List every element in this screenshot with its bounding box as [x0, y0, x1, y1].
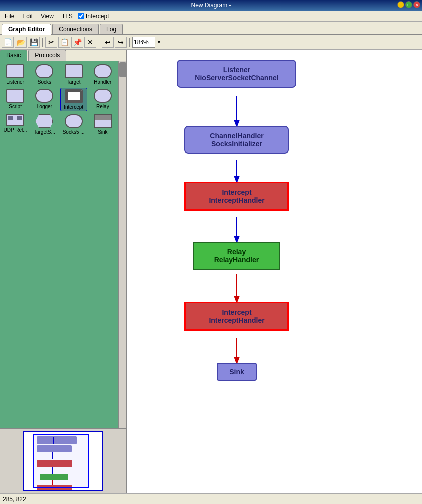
palette-item-script[interactable]: Script	[2, 88, 29, 111]
tab-log[interactable]: Log	[100, 24, 123, 34]
listener-shape-icon	[6, 64, 24, 78]
handler-label: Handler	[94, 79, 111, 85]
zoom-dropdown[interactable]: ▼	[155, 37, 163, 48]
socks5-shape-icon	[65, 114, 83, 128]
toolbar-separator-2	[99, 38, 99, 47]
socks-label: Socks	[38, 79, 51, 85]
intercept2-node[interactable]: InterceptInterceptHandler	[184, 302, 289, 331]
diagram-arrows	[127, 50, 422, 493]
paste-button[interactable]: 📌	[71, 37, 83, 48]
title-bar: New Diagram - ─ □ ✕	[0, 0, 422, 11]
toolbar-separator-1	[42, 38, 43, 47]
palette-item-logger[interactable]: Logger	[31, 88, 58, 111]
menu-view[interactable]: View	[38, 12, 57, 21]
new-button[interactable]: 📄	[2, 37, 14, 48]
socks-shape-icon	[35, 64, 53, 78]
intercept-checkbox[interactable]	[78, 13, 84, 19]
palette-item-socks5[interactable]: Socks5 ...	[60, 113, 87, 136]
script-label: Script	[9, 104, 22, 109]
listener-node[interactable]: ListenerNioServerSocketChannel	[177, 60, 296, 88]
minimap-canvas	[23, 431, 103, 491]
channelhandler-node[interactable]: ChannelHandlerSocksInitializer	[184, 126, 289, 154]
minimap	[0, 428, 126, 493]
window-controls[interactable]: ─ □ ✕	[397, 1, 420, 8]
palette-item-handler[interactable]: Handler	[89, 63, 116, 86]
udprel-label: UDP Rel...	[4, 127, 27, 133]
palette-item-targetS[interactable]: TargetS...	[31, 113, 58, 136]
tab-connections[interactable]: Connections	[52, 24, 99, 34]
sink-shape-icon	[94, 114, 112, 128]
menu-bar: File Edit View TLS Intercept	[0, 11, 422, 22]
menu-file[interactable]: File	[2, 12, 17, 21]
logger-shape-icon	[35, 89, 53, 103]
listener-label: Listener	[6, 79, 24, 85]
undo-button[interactable]: ↩	[102, 37, 114, 48]
targetS-shape-icon	[35, 114, 53, 128]
toolbar-separator-3	[129, 38, 130, 47]
status-bar: 285, 822	[0, 493, 422, 504]
intercept-label: Intercept	[64, 104, 83, 110]
menu-tls[interactable]: TLS	[59, 12, 76, 21]
relay-shape-icon	[94, 89, 112, 103]
delete-button[interactable]: ✕	[84, 37, 96, 48]
tab-bar: Graph Editor Connections Log	[0, 22, 422, 35]
logger-label: Logger	[37, 104, 52, 109]
status-coords: 285, 822	[3, 496, 26, 503]
toolbar: 📄 📂 💾 ✂ 📋 📌 ✕ ↩ ↪ ▼	[0, 35, 422, 50]
script-shape-icon	[6, 89, 24, 103]
palette-scrollbar[interactable]	[118, 61, 126, 428]
title-text: New Diagram -	[191, 2, 231, 9]
save-button[interactable]: 💾	[28, 37, 40, 48]
intercept-shape-icon	[65, 89, 83, 103]
handler-shape-icon	[94, 64, 112, 78]
palette-item-socks[interactable]: Socks	[31, 63, 58, 86]
palette-content: Listener Socks Target Hand	[0, 61, 118, 428]
palette-tabs: Basic Protocols	[0, 50, 126, 61]
copy-button[interactable]: 📋	[58, 37, 70, 48]
palette-item-target[interactable]: Target	[60, 63, 87, 86]
palette-tab-protocols[interactable]: Protocols	[28, 50, 66, 61]
intercept-label: Intercept	[86, 13, 109, 20]
sink-node[interactable]: Sink	[217, 363, 257, 381]
left-panel: Basic Protocols Listener Socks	[0, 50, 127, 493]
menu-edit[interactable]: Edit	[19, 12, 36, 21]
targetS-label: TargetS...	[34, 129, 55, 135]
canvas-area[interactable]: ListenerNioServerSocketChannel ChannelHa…	[127, 50, 422, 493]
intercept1-node[interactable]: InterceptInterceptHandler	[184, 182, 289, 211]
zoom-input[interactable]	[133, 39, 155, 46]
relay-label: Relay	[96, 104, 109, 109]
palette-item-udprel[interactable]: UDP Rel...	[2, 113, 29, 136]
intercept-checkbox-label[interactable]: Intercept	[78, 13, 109, 20]
palette-item-sink[interactable]: Sink	[89, 113, 116, 136]
zoom-control[interactable]: ▼	[132, 37, 163, 48]
palette-item-relay[interactable]: Relay	[89, 88, 116, 111]
palette-item-listener[interactable]: Listener	[2, 63, 29, 86]
minimize-button[interactable]: ─	[397, 1, 404, 8]
main-area: Basic Protocols Listener Socks	[0, 50, 422, 493]
close-button[interactable]: ✕	[413, 1, 420, 8]
palette-tab-basic[interactable]: Basic	[0, 50, 27, 61]
mm-viewport	[33, 434, 89, 488]
cut-button[interactable]: ✂	[45, 37, 57, 48]
socks5-label: Socks5 ...	[63, 129, 85, 135]
relay-node[interactable]: RelayRelayHandler	[193, 242, 280, 270]
tab-graph-editor[interactable]: Graph Editor	[2, 24, 51, 35]
udprel-shape-icon	[6, 114, 24, 126]
open-button[interactable]: 📂	[15, 37, 27, 48]
target-shape-icon	[65, 64, 83, 78]
maximize-button[interactable]: □	[405, 1, 412, 8]
redo-button[interactable]: ↪	[115, 37, 127, 48]
palette-grid: Listener Socks Target Hand	[2, 63, 116, 136]
target-label: Target	[67, 79, 81, 85]
sink-label: Sink	[98, 129, 107, 135]
palette-item-intercept[interactable]: Intercept	[60, 88, 87, 111]
